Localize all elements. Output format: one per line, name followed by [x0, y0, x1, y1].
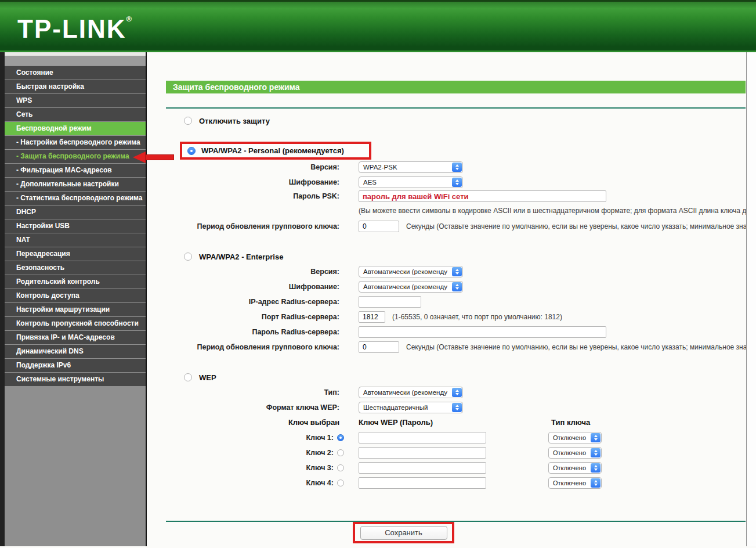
select-stepper-icon: [591, 433, 601, 442]
sidebar-item-label: Безопасность: [16, 264, 64, 272]
wep-key-label: Ключ 3:: [147, 464, 334, 472]
sidebar-item-label: - Настройки беспроводного режима: [16, 138, 140, 146]
wep-key-input[interactable]: [359, 462, 486, 474]
row-ent-cipher: Шифрование: Автоматически (рекоменду: [147, 281, 746, 293]
psk-hint: (Вы можете ввести символы в кодировке AS…: [359, 207, 756, 215]
wep-key-type-value: Отключено: [553, 464, 586, 471]
radius-ip-input[interactable]: [359, 296, 421, 308]
page-title: Защита беспроводного режима: [166, 81, 746, 93]
wep-key-radio[interactable]: [337, 464, 344, 471]
sidebar-item[interactable]: - Статистика беспроводного режима: [5, 191, 146, 205]
wep-key-label: Ключ 1:: [147, 434, 334, 442]
select-stepper-icon: [452, 388, 462, 397]
radio-wep[interactable]: [184, 373, 192, 381]
sidebar-item[interactable]: WPS: [5, 93, 146, 107]
wep-key-radio[interactable]: [337, 480, 344, 486]
radius-port-input[interactable]: [359, 311, 385, 323]
sidebar-item-label: Привязка IP- и MAC-адресов: [16, 333, 115, 341]
highlight-box-save: Сохранить: [353, 522, 454, 543]
wep-key-type-select[interactable]: Отключено: [548, 447, 602, 459]
option-wpa-enterprise[interactable]: WPA/WPA2 - Enterprise: [184, 251, 283, 262]
sidebar-item[interactable]: - Фильтрация MAC-адресов: [5, 163, 146, 177]
wep-key-type-value: Отключено: [553, 434, 586, 441]
wep-key-type-select[interactable]: Отключено: [548, 432, 602, 444]
sidebar-top-strip: [5, 56, 146, 66]
personal-version-select[interactable]: WPA2-PSK: [359, 161, 463, 173]
sidebar-item[interactable]: Системные инструменты: [5, 372, 146, 386]
save-button[interactable]: Сохранить: [360, 526, 447, 540]
radio-disable-security[interactable]: [184, 117, 192, 125]
row-personal-version: Версия: WPA2-PSK: [147, 161, 746, 173]
logo-text: TP-LINK: [17, 15, 126, 43]
sidebar-item[interactable]: - Дополнительные настройки: [5, 177, 146, 191]
row-wep-type: Тип: Автоматически (рекоменду: [147, 387, 746, 398]
sidebar-item[interactable]: Привязка IP- и MAC-адресов: [5, 330, 146, 344]
personal-cipher-label: Шифрование:: [147, 178, 359, 186]
sidebar-item[interactable]: Безопасность: [5, 261, 146, 275]
wep-key-type-select[interactable]: Отключено: [548, 462, 602, 474]
wep-type-label: Тип:: [147, 388, 359, 396]
sidebar-item[interactable]: Быстрая настройка: [5, 80, 146, 93]
personal-gkup-label: Период обновления группового ключа:: [147, 222, 359, 230]
sidebar-item[interactable]: Настройки USB: [5, 219, 146, 233]
personal-gkup-input[interactable]: [359, 221, 399, 232]
radio-wpa-personal[interactable]: [187, 147, 196, 155]
sidebar-item-label: - Фильтрация MAC-адресов: [16, 166, 112, 174]
radius-port-label: Порт Radius-сервера:: [147, 313, 359, 321]
radius-password-input[interactable]: [359, 326, 606, 338]
ent-version-label: Версия:: [147, 268, 359, 276]
option-wep[interactable]: WEP: [184, 372, 216, 383]
psk-password-input[interactable]: [359, 190, 606, 202]
wep-key-input[interactable]: [359, 447, 486, 459]
ent-version-select[interactable]: Автоматически (рекоменду: [359, 266, 463, 277]
wep-key-row: Ключ 1:Отключено: [147, 432, 746, 444]
wep-key-radio[interactable]: [337, 449, 344, 456]
ent-gkup-input[interactable]: [359, 341, 399, 353]
option-disable-security[interactable]: Отключить защиту: [184, 116, 270, 126]
wep-key-row: Ключ 3:Отключено: [147, 462, 746, 474]
wep-key-row: Ключ 4:Отключено: [147, 477, 746, 489]
sidebar-item[interactable]: Поддержка IPv6: [5, 358, 146, 372]
wep-key-radio[interactable]: [337, 434, 344, 441]
sidebar-item-label: Переадресация: [16, 250, 70, 258]
ent-cipher-select[interactable]: Автоматически (рекоменду: [359, 281, 463, 293]
sidebar-item[interactable]: Беспроводной режим: [5, 121, 146, 135]
sidebar-item[interactable]: NAT: [5, 233, 146, 247]
sidebar-item[interactable]: Контроль пропускной способности: [5, 316, 146, 330]
sidebar-item[interactable]: - Настройки беспроводного режима: [5, 135, 146, 149]
sidebar-item[interactable]: DHCP: [5, 205, 146, 219]
radio-wpa-enterprise[interactable]: [184, 253, 192, 261]
sidebar-item-label: Сеть: [16, 110, 32, 118]
personal-gkup-hint: Секунды (Оставьте значение по умолчанию,…: [406, 222, 750, 230]
wep-type-value: Автоматически (рекоменду: [363, 389, 447, 396]
highlight-box-personal: WPA/WPA2 - Personal (рекомендуется): [180, 142, 371, 160]
sidebar-item[interactable]: Динамический DNS: [5, 344, 146, 358]
sidebar-item[interactable]: - Защита беспроводного режима: [5, 149, 146, 163]
wep-format-select[interactable]: Шестнадцатеричный: [359, 402, 463, 413]
wep-key-input[interactable]: [359, 477, 486, 489]
radius-ip-label: IP-адрес Radius-сервера:: [147, 298, 359, 306]
sidebar-item[interactable]: Состояние: [5, 66, 146, 80]
ent-cipher-label: Шифрование:: [147, 283, 359, 291]
sidebar-item[interactable]: Настройки маршрутизации: [5, 302, 146, 316]
option-disable-label: Отключить защиту: [199, 117, 270, 125]
sidebar-item[interactable]: Контроль доступа: [5, 289, 146, 302]
sidebar-item-label: Контроль доступа: [16, 291, 79, 300]
personal-cipher-select[interactable]: AES: [359, 176, 463, 188]
ent-gkup-hint: Секунды (Оставьте значение по умолчанию,…: [406, 343, 750, 351]
sidebar-menu: СостояниеБыстрая настройкаWPSСетьБеспров…: [5, 66, 146, 386]
sidebar-item[interactable]: Сеть: [5, 107, 146, 121]
wep-key-label: Ключ 4:: [147, 479, 334, 487]
wep-type-select[interactable]: Автоматически (рекоменду: [359, 387, 463, 398]
wep-format-value: Шестнадцатеричный: [363, 404, 428, 411]
wep-key-input[interactable]: [359, 432, 486, 444]
app-header: TP-LINK®: [0, 0, 756, 52]
tplink-logo: TP-LINK®: [17, 15, 132, 44]
wep-key-label: Ключ 2:: [147, 449, 334, 457]
sidebar-item[interactable]: Родительский контроль: [5, 275, 146, 289]
col-key-selected: Ключ выбран: [147, 418, 339, 427]
scrollbar-track[interactable]: [746, 52, 756, 546]
sidebar-item[interactable]: Переадресация: [5, 247, 146, 261]
wep-key-type-select[interactable]: Отключено: [548, 477, 602, 489]
wep-key-type-value: Отключено: [553, 480, 586, 486]
